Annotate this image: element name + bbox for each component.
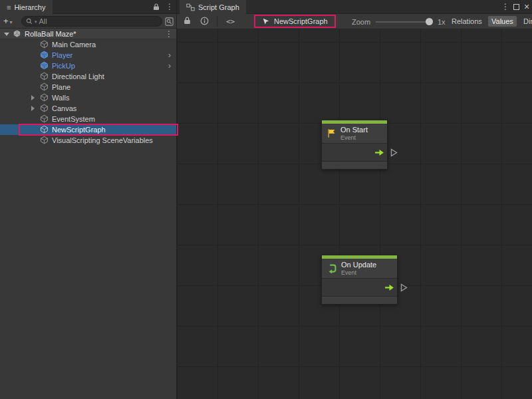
canvas-icon (40, 104, 49, 114)
graph-pointer-icon (262, 17, 270, 25)
prefab-cube-icon (40, 61, 49, 71)
eventsystem-icon (40, 114, 49, 124)
node-title: On Start (340, 126, 368, 134)
graph-tabbar: Script Graph ⋮ × (177, 0, 532, 14)
node-subtitle: Event (341, 269, 376, 276)
flow-arrow-icon[interactable] (384, 284, 394, 291)
cube-icon (40, 93, 49, 103)
zoom-label: Zoom (352, 18, 370, 26)
foldout-open-icon[interactable] (4, 33, 9, 36)
node-on-update[interactable]: On Update Event (321, 255, 398, 305)
script-graph-panel: Script Graph ⋮ × <> NewScriptGraph Zoom … (176, 0, 532, 399)
output-port-icon[interactable] (400, 283, 408, 292)
search-input[interactable]: ▾ All (21, 16, 162, 27)
hierarchy-item-scenevariables[interactable]: VisualScripting SceneVariables (0, 135, 176, 146)
hierarchy-item-player[interactable]: Player › (0, 50, 176, 61)
script-graph-tab-icon (186, 3, 195, 11)
hierarchy-panel: ≡ Hierarchy ⋮ + ▾ ▾ All Roll (0, 0, 176, 399)
kebab-menu-icon[interactable]: ⋮ (166, 2, 174, 11)
zoom-slider[interactable] (376, 21, 433, 23)
item-label: Canvas (52, 104, 76, 112)
scene-row[interactable]: RollaBall Maze* ⋮ (0, 29, 176, 39)
output-port-icon[interactable] (390, 148, 398, 157)
lock-icon[interactable] (153, 3, 160, 13)
item-label: VisualScripting SceneVariables (52, 136, 153, 144)
hierarchy-item-plane[interactable]: Plane (0, 82, 176, 92)
chevron-right-icon[interactable]: › (168, 50, 171, 60)
dim-toggle[interactable]: Dim (520, 16, 532, 27)
hierarchy-item-walls[interactable]: Walls (0, 92, 176, 103)
scene-kebab-icon[interactable]: ⋮ (165, 29, 173, 39)
hamburger-icon: ≡ (7, 3, 11, 11)
zoom-value: 1x (438, 18, 446, 26)
graph-tab-label: Script Graph (198, 3, 239, 11)
item-label: EventSystem (52, 115, 95, 123)
item-label: NewScriptGraph (52, 126, 106, 134)
caret-down-icon: ▾ (10, 19, 13, 25)
tab-hierarchy[interactable]: ≡ Hierarchy (0, 0, 53, 14)
values-toggle[interactable]: Values (488, 16, 517, 27)
node-body (322, 279, 397, 297)
scene-name: RollaBall Maze* (25, 30, 76, 38)
graph-name-button[interactable]: NewScriptGraph (254, 15, 336, 28)
code-icon[interactable]: <> (226, 17, 235, 26)
flag-icon (327, 128, 336, 138)
flow-arrow-icon[interactable] (374, 149, 384, 156)
hierarchy-item-main-camera[interactable]: Main Camera (0, 39, 176, 50)
hierarchy-item-pickup[interactable]: PickUp › (0, 61, 176, 71)
tab-script-graph[interactable]: Script Graph (180, 0, 246, 14)
toolbar-separator (217, 16, 217, 27)
hierarchy-item-newscriptgraph[interactable]: NewScriptGraph (0, 124, 176, 135)
node-footer (322, 162, 387, 169)
foldout-collapsed-icon[interactable] (31, 95, 35, 100)
prefab-cube-icon (40, 51, 49, 61)
graph-canvas[interactable]: On Start Event On Updat (177, 29, 532, 399)
node-on-start[interactable]: On Start Event (321, 120, 388, 170)
hierarchy-tabbar: ≡ Hierarchy ⋮ (0, 0, 176, 14)
scene-variables-icon (40, 136, 49, 146)
zoom-slider-knob[interactable] (426, 18, 433, 25)
loop-icon (327, 263, 337, 274)
plus-icon: + (3, 16, 9, 26)
light-icon (40, 72, 49, 82)
maximize-icon[interactable] (513, 4, 519, 10)
relations-toggle[interactable]: Relations (448, 16, 485, 27)
script-graph-object-icon (40, 125, 49, 135)
item-label: Walls (52, 94, 69, 102)
camera-icon (40, 40, 49, 50)
unity-scene-icon (13, 29, 21, 39)
lock-icon[interactable] (184, 17, 191, 26)
item-label: Main Camera (52, 41, 96, 49)
foldout-collapsed-icon[interactable] (31, 106, 35, 111)
item-label: Plane (52, 83, 70, 91)
item-label: PickUp (52, 62, 75, 70)
graph-name-label: NewScriptGraph (274, 17, 328, 25)
node-subtitle: Event (340, 134, 368, 141)
search-picker-icon[interactable] (164, 16, 174, 27)
hierarchy-tab-label: Hierarchy (14, 3, 45, 11)
item-label: Directional Light (52, 72, 104, 80)
node-body (322, 144, 387, 162)
chevron-right-icon[interactable]: › (168, 61, 171, 70)
item-label: Player (52, 51, 72, 59)
search-filter-caret-icon[interactable]: ▾ (35, 19, 37, 25)
node-header[interactable]: On Start Event (322, 124, 387, 144)
close-icon[interactable]: × (524, 1, 529, 12)
node-title: On Update (341, 261, 376, 269)
create-menu-button[interactable]: + ▾ (3, 16, 13, 26)
cube-icon (40, 82, 49, 92)
search-icon (26, 18, 33, 25)
hierarchy-tree: RollaBall Maze* ⋮ Main Camera Player › P… (0, 29, 176, 146)
node-header[interactable]: On Update Event (322, 259, 397, 279)
hierarchy-item-eventsystem[interactable]: EventSystem (0, 114, 176, 124)
info-icon[interactable] (200, 17, 209, 27)
graph-toolbar: <> NewScriptGraph Zoom 1x Relations Valu… (177, 14, 532, 29)
hierarchy-toolbar: + ▾ ▾ All (0, 14, 176, 29)
hierarchy-item-canvas[interactable]: Canvas (0, 103, 176, 114)
node-footer (322, 297, 397, 304)
search-placeholder: All (39, 17, 47, 25)
more-menu-icon[interactable]: ⋮ (501, 2, 509, 11)
hierarchy-item-directional-light[interactable]: Directional Light (0, 71, 176, 82)
